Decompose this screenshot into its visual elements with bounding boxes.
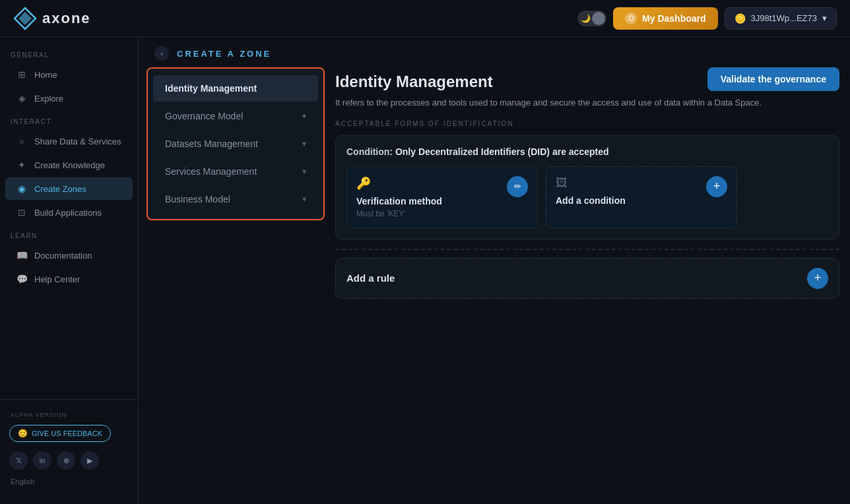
sidebar-item-applications[interactable]: ⊡ Build Applications xyxy=(5,201,133,224)
condition-icon: 🖼 xyxy=(556,176,626,190)
collapse-button[interactable]: ‹ xyxy=(154,46,169,61)
add-rule-row: Add a rule + xyxy=(335,258,839,299)
condition-prefix: Condition: xyxy=(346,146,393,157)
zone-step-identity-label: Identity Management xyxy=(165,83,257,94)
sidebar-item-zones-label: Create Zones xyxy=(34,184,86,194)
method-name: Verification method xyxy=(356,196,442,206)
add-rule-button[interactable]: + xyxy=(807,268,828,289)
identity-panel-desc: It refers to the processes and tools use… xyxy=(335,96,839,110)
wallet-button[interactable]: 🪙 3J98t1Wp...EZ73 ▾ xyxy=(725,7,837,30)
add-condition-label: Add a condition xyxy=(556,195,626,206)
sidebar-item-docs[interactable]: 📖 Documentation xyxy=(5,244,133,267)
zone-step-business-label: Business Model xyxy=(165,194,230,205)
logo: axone xyxy=(13,7,91,30)
feedback-label: GIVE US FEEDBACK xyxy=(32,429,102,437)
chevron-right-icon-4: ▾ xyxy=(302,195,306,204)
sidebar-item-explore[interactable]: ◈ Explore xyxy=(5,87,133,110)
learn-section-label: LEARN xyxy=(0,224,138,243)
interact-section-label: INTERACT xyxy=(0,110,138,129)
help-icon: 💬 xyxy=(16,273,28,285)
main-layout: GENERAL ⊞ Home ◈ Explore INTERACT ⟐ Shar… xyxy=(0,37,850,504)
social-icons-row: 𝕏 in ⊕ ▶ xyxy=(0,446,138,475)
validate-governance-button[interactable]: Validate the governance xyxy=(707,67,839,91)
collapse-icon: ‹ xyxy=(160,49,163,57)
page-content: Identity Management Governance Model ▾ D… xyxy=(139,67,850,504)
condition-bold: Only Decentralized Identifiers (DID) are… xyxy=(395,146,609,157)
condition-cards-row: 🔑 Verification method Must be 'KEY' ✏ 🖼 … xyxy=(346,166,828,228)
alpha-label: ALPHA VERSION xyxy=(0,406,138,421)
condition-card: Condition: Only Decentralized Identifier… xyxy=(335,135,839,239)
zone-step-governance-label: Governance Model xyxy=(165,111,243,121)
chevron-right-icon: ▾ xyxy=(302,111,306,121)
docs-icon: 📖 xyxy=(16,249,28,261)
zone-step-services[interactable]: Services Management ▾ xyxy=(153,158,318,185)
validate-btn-label: Validate the governance xyxy=(721,74,826,84)
verification-method-card: 🔑 Verification method Must be 'KEY' ✏ xyxy=(346,166,538,228)
sidebar-item-knowledge[interactable]: ✦ Create Knowledge xyxy=(5,154,133,176)
zones-icon: ◉ xyxy=(16,183,28,195)
moon-icon: 🌙 xyxy=(581,14,591,23)
applications-icon: ⊡ xyxy=(16,206,28,218)
zone-step-business[interactable]: Business Model ▾ xyxy=(153,186,318,212)
sidebar-bottom: ALPHA VERSION 😊 GIVE US FEEDBACK 𝕏 in ⊕ … xyxy=(0,399,138,497)
acceptable-forms-label: ACCEPTABLE FORMS OF IDENTIFICATION xyxy=(335,120,839,127)
logo-icon xyxy=(13,7,37,30)
explore-icon: ◈ xyxy=(16,92,28,104)
sidebar-item-knowledge-label: Create Knowledge xyxy=(34,160,105,170)
feedback-button[interactable]: 😊 GIVE US FEEDBACK xyxy=(9,425,111,442)
general-section-label: GENERAL xyxy=(0,44,138,63)
content-area: ‹ CREATE A ZONE Identity Management Gove… xyxy=(139,37,850,504)
section-divider xyxy=(335,249,839,250)
sidebar-item-home-label: Home xyxy=(34,70,57,80)
header: axone 🌙 ⬡ My Dashboard 🪙 3J98t1Wp...EZ73… xyxy=(0,0,850,37)
method-card-content: 🔑 Verification method Must be 'KEY' xyxy=(356,176,442,218)
logo-text: axone xyxy=(42,10,91,27)
chevron-right-icon-2: ▾ xyxy=(302,139,306,148)
sidebar: GENERAL ⊞ Home ◈ Explore INTERACT ⟐ Shar… xyxy=(0,37,139,504)
sidebar-item-home[interactable]: ⊞ Home xyxy=(5,63,133,86)
method-sub: Must be 'KEY' xyxy=(356,209,442,218)
condition-title: Condition: Only Decentralized Identifier… xyxy=(346,146,828,157)
sidebar-item-applications-label: Build Applications xyxy=(34,208,102,218)
dashboard-icon: ⬡ xyxy=(625,13,637,24)
add-rule-label: Add a rule xyxy=(346,272,395,284)
home-icon: ⊞ xyxy=(16,69,28,80)
dark-mode-toggle[interactable]: 🌙 xyxy=(577,11,606,26)
key-icon: 🔑 xyxy=(356,176,442,191)
identity-main-panel: Validate the governance Identity Managem… xyxy=(333,67,850,504)
zone-step-governance[interactable]: Governance Model ▾ xyxy=(153,103,318,129)
share-icon: ⟐ xyxy=(16,135,28,147)
sidebar-item-help-label: Help Center xyxy=(34,274,80,284)
add-condition-content: 🖼 Add a condition xyxy=(556,176,626,206)
knowledge-icon: ✦ xyxy=(16,159,28,171)
sidebar-item-share-label: Share Data & Services xyxy=(34,137,121,146)
wallet-icon: 🪙 xyxy=(735,13,746,24)
sidebar-item-help[interactable]: 💬 Help Center xyxy=(5,268,133,290)
chevron-down-icon: ▾ xyxy=(822,13,827,23)
page-header: ‹ CREATE A ZONE xyxy=(139,37,850,67)
zone-step-services-label: Services Management xyxy=(165,166,257,177)
chevron-right-icon-3: ▾ xyxy=(302,167,306,176)
linkedin-icon[interactable]: in xyxy=(33,451,51,470)
dashboard-label: My Dashboard xyxy=(642,13,705,24)
zone-step-identity[interactable]: Identity Management xyxy=(153,75,318,102)
twitter-icon[interactable]: 𝕏 xyxy=(9,451,28,470)
dashboard-button[interactable]: ⬡ My Dashboard xyxy=(613,7,717,30)
sidebar-item-explore-label: Explore xyxy=(34,94,63,104)
smiley-icon: 😊 xyxy=(18,429,28,438)
add-condition-button[interactable]: + xyxy=(706,176,727,197)
discord-icon[interactable]: ⊕ xyxy=(57,451,75,470)
zone-step-datasets[interactable]: Datasets Management ▾ xyxy=(153,131,318,157)
add-condition-card: 🖼 Add a condition + xyxy=(546,166,737,228)
sidebar-item-zones[interactable]: ◉ Create Zones xyxy=(5,177,133,200)
page-title: CREATE A ZONE xyxy=(177,49,271,59)
edit-method-button[interactable]: ✏ xyxy=(507,176,528,197)
video-icon[interactable]: ▶ xyxy=(81,451,99,470)
svg-marker-1 xyxy=(18,12,32,25)
zone-steps-panel: Identity Management Governance Model ▾ D… xyxy=(147,67,325,220)
wallet-id: 3J98t1Wp...EZ73 xyxy=(751,13,817,23)
zone-step-datasets-label: Datasets Management xyxy=(165,139,258,149)
header-right: 🌙 ⬡ My Dashboard 🪙 3J98t1Wp...EZ73 ▾ xyxy=(577,7,837,30)
sidebar-item-docs-label: Documentation xyxy=(34,251,92,261)
sidebar-item-share[interactable]: ⟐ Share Data & Services xyxy=(5,130,133,152)
